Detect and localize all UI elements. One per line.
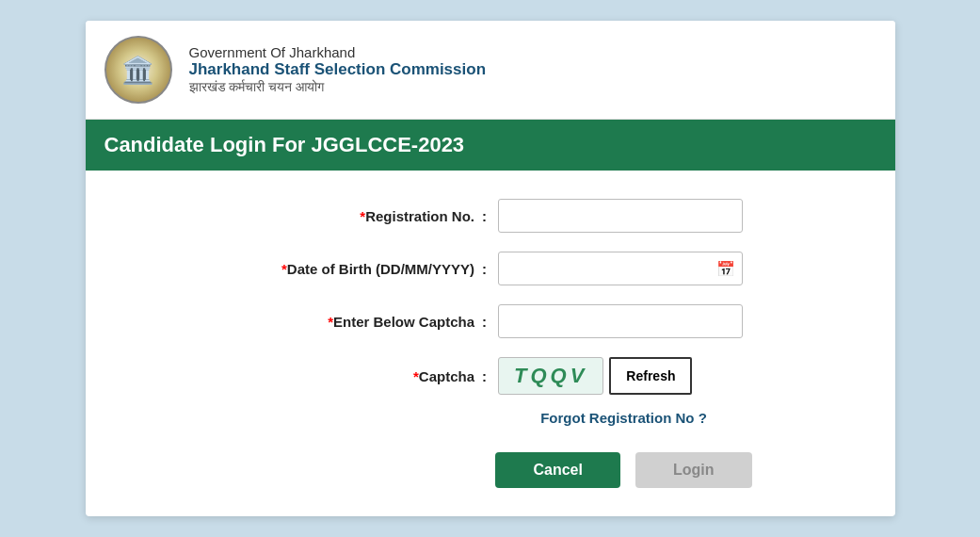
commission-name: Jharkhand Staff Selection Commission: [189, 60, 487, 79]
refresh-button[interactable]: Refresh: [609, 357, 692, 395]
header-text: Government Of Jharkhand Jharkhand Staff …: [189, 44, 487, 95]
page-title: Candidate Login For JGGLCCE-2023: [104, 133, 876, 157]
forgot-registration-link[interactable]: Forgot Registration No ?: [540, 410, 707, 426]
cancel-button[interactable]: Cancel: [495, 452, 619, 488]
dob-input-wrapper: 📅: [498, 252, 743, 285]
hindi-name: झारखंड कर्मचारी चयन आयोग: [189, 79, 487, 95]
colon-2: :: [482, 261, 487, 277]
captcha-input-row: *Enter Below Captcha :: [104, 304, 876, 338]
captcha-text-input[interactable]: [498, 304, 743, 338]
colon-4: :: [482, 368, 487, 384]
registration-input[interactable]: [498, 199, 743, 233]
dob-input[interactable]: [498, 252, 743, 285]
dob-label: *Date of Birth (DD/MM/YYYY): [237, 261, 482, 277]
colon-3: :: [482, 314, 487, 330]
captcha-display-row: *Captcha : TQQV Refresh: [104, 357, 876, 395]
captcha-label: *Captcha: [237, 368, 482, 384]
captcha-image: TQQV: [498, 357, 603, 395]
main-container: 🏛️ Government Of Jharkhand Jharkhand Sta…: [86, 21, 895, 516]
login-button[interactable]: Login: [635, 452, 752, 488]
dob-row: *Date of Birth (DD/MM/YYYY) : 📅: [104, 252, 876, 285]
govt-name: Government Of Jharkhand: [189, 44, 487, 60]
colon-1: :: [482, 208, 487, 224]
header: 🏛️ Government Of Jharkhand Jharkhand Sta…: [86, 21, 895, 120]
form-section: *Registration No. : *Date of Birth (DD/M…: [86, 171, 895, 516]
title-bar: Candidate Login For JGGLCCE-2023: [86, 120, 895, 171]
registration-label: *Registration No.: [237, 208, 482, 224]
logo-emblem: 🏛️: [104, 36, 172, 104]
registration-row: *Registration No. :: [104, 199, 876, 233]
captcha-input-label: *Enter Below Captcha: [237, 314, 482, 330]
